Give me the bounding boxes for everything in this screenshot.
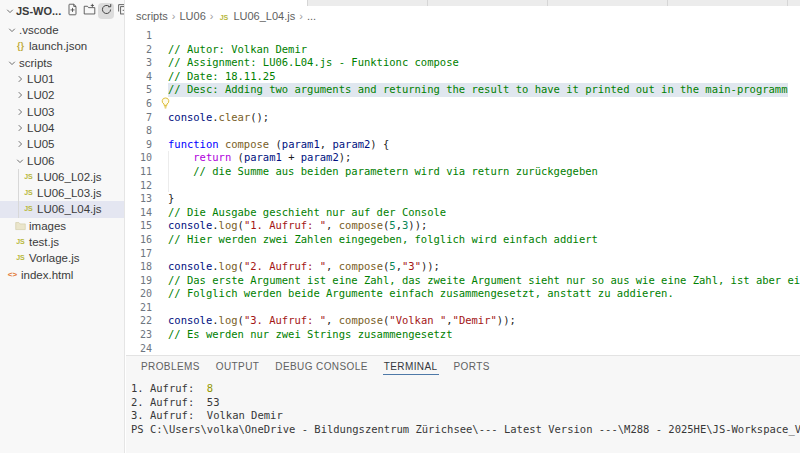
new-folder-button[interactable] [81, 3, 97, 19]
collapse-all-icon [117, 2, 125, 20]
code-text: console.log("2. Aufruf: ", compose(5,"3"… [168, 260, 440, 274]
terminal-line-4: PS C:\Users\volka\OneDrive - Bildungszen… [131, 423, 800, 437]
line-number: 13 [126, 192, 152, 206]
js-file-icon: JS [22, 188, 35, 198]
panel-tab-terminal[interactable]: TERMINAL [383, 358, 439, 375]
tree-item-label: LU02 [27, 89, 55, 101]
code-line-6: 6 [126, 97, 800, 111]
code-line-15: 15console.log("1. Aufruf: ", compose(5,3… [126, 219, 800, 233]
line-number: 7 [126, 111, 152, 125]
tree-item-lu02[interactable]: LU02 [0, 87, 124, 103]
tree-item-label: LU01 [27, 73, 55, 85]
line-number: 22 [126, 314, 152, 328]
tree-item-test-js[interactable]: JStest.js [0, 234, 124, 250]
code-text: console.log("1. Aufruf: ", compose(5,3))… [168, 219, 427, 233]
tree-item-lu06[interactable]: LU06 [0, 152, 124, 168]
line-number: 6 [126, 97, 152, 111]
line-number: 3 [126, 56, 152, 70]
terminal-line-1: 1. Aufruf: 8 [131, 382, 800, 396]
code-line-13: 13} [126, 192, 800, 206]
line-number: 19 [126, 274, 152, 288]
tab-divider [427, 0, 428, 6]
code-line-20: 20// Folglich werden beide Argumente ein… [126, 287, 800, 301]
code-line-9: 9function compose (param1, param2) { [126, 138, 800, 152]
tree-item-scripts[interactable]: scripts [0, 55, 124, 71]
tree-item-vscode[interactable]: .vscode [0, 22, 124, 38]
tree-item-vorlage-js[interactable]: JSVorlage.js [0, 250, 124, 266]
line-number: 23 [126, 328, 152, 342]
tree-item-lu01[interactable]: LU01 [0, 71, 124, 87]
tree-item-lu03[interactable]: LU03 [0, 103, 124, 119]
tab-divider [667, 0, 668, 6]
tree-item-label: launch.json [29, 40, 87, 52]
tree-item-label: LU06_L02.js [37, 171, 102, 183]
tree-item-lu06-l02-js[interactable]: JSLU06_L02.js [0, 169, 124, 185]
code-line-17: 17 [126, 247, 800, 261]
explorer-actions [64, 3, 125, 19]
line-number: 16 [126, 233, 152, 247]
breadcrumb-separator: › [172, 10, 176, 22]
panel-tab-debug-console[interactable]: DEBUG CONSOLE [274, 358, 368, 375]
tab-strip [126, 0, 800, 6]
tree-item-label: LU06_L04.js [37, 203, 102, 215]
indent-guide [18, 201, 19, 217]
tree-item-launch-json[interactable]: {}launch.json [0, 38, 124, 54]
chevron-right-icon [14, 122, 25, 133]
active-tab[interactable] [126, 0, 307, 6]
breadcrumb-separator: › [299, 10, 303, 22]
code-area[interactable]: 12// Autor: Volkan Demir3// Assignment: … [126, 26, 800, 355]
chevron-down-icon [4, 6, 15, 17]
line-number: 12 [126, 179, 152, 193]
tree-item-lu04[interactable]: LU04 [0, 120, 124, 136]
tree-item-label: LU03 [27, 106, 55, 118]
breadcrumb-item-lu06-l04-js[interactable]: LU06_L04.js [233, 10, 295, 22]
code-line-2: 2// Autor: Volkan Demir [126, 43, 800, 57]
tree-item-index-html[interactable]: <>index.html [0, 266, 124, 282]
tab-divider [547, 0, 548, 6]
code-text: // Desc: Adding two arguments and return… [168, 83, 788, 97]
tree-item-label: index.html [21, 269, 73, 281]
chevron-down-icon [14, 155, 25, 166]
chevron-down-icon [6, 25, 17, 36]
terminal-output[interactable]: 1. Aufruf: 82. Aufruf: 533. Aufruf: Volk… [126, 377, 800, 437]
indent-guide [18, 169, 19, 185]
tree-item-images[interactable]: images [0, 218, 124, 234]
refresh-button[interactable] [98, 3, 114, 19]
folder-icon [14, 221, 27, 231]
tree-item-lu06-l04-js[interactable]: JSLU06_L04.js [0, 201, 124, 217]
collapse-all-button[interactable] [115, 3, 125, 19]
tree-item-label: LU04 [27, 122, 55, 134]
breadcrumb-item-lu06[interactable]: LU06 [179, 10, 205, 22]
new-file-button[interactable] [64, 3, 80, 19]
refresh-icon [100, 2, 113, 20]
line-number: 18 [126, 260, 152, 274]
js-file-icon: JS [22, 172, 35, 182]
line-number: 14 [126, 206, 152, 220]
breadcrumb-item-scripts[interactable]: scripts [136, 10, 168, 22]
code-line-24: 24 [126, 342, 800, 355]
workspace-title: JS-WO... [16, 5, 61, 17]
code-line-11: 11 // die Summe aus beiden parametern wi… [126, 165, 800, 179]
panel-tab-output[interactable]: OUTPUT [215, 358, 261, 375]
panel-tab-ports[interactable]: PORTS [453, 358, 491, 375]
breadcrumb-item-[interactable]: ... [307, 10, 316, 22]
code-text [168, 97, 172, 111]
breadcrumb: scripts›LU06›JSLU06_L04.js›... [126, 6, 800, 26]
tree-item-label: Vorlage.js [29, 252, 80, 264]
panel-tab-bar: PROBLEMSOUTPUTDEBUG CONSOLETERMINALPORTS [126, 356, 800, 377]
code-text: console.clear(); [168, 111, 269, 125]
tree-item-lu05[interactable]: LU05 [0, 136, 124, 152]
code-line-19: 19// Das erste Argument ist eine Zahl, d… [126, 274, 800, 288]
code-text: // Folglich werden beide Argumente einfa… [168, 287, 674, 301]
panel-tab-problems[interactable]: PROBLEMS [140, 358, 201, 375]
code-line-14: 14// Die Ausgabe geschieht nur auf der C… [126, 206, 800, 220]
code-text: // Autor: Volkan Demir [168, 43, 307, 57]
code-line-1: 1 [126, 29, 800, 43]
code-text: // Hier werden zwei Zahlen eingegeben, f… [168, 233, 598, 247]
tree-item-lu06-l03-js[interactable]: JSLU06_L03.js [0, 185, 124, 201]
tree-item-label: LU06_L03.js [37, 187, 102, 199]
file-tree: .vscode{}launch.jsonscriptsLU01LU02LU03L… [0, 22, 124, 283]
editor-area[interactable]: scripts›LU06›JSLU06_L04.js›... 12// Auto… [126, 0, 800, 355]
explorer-section-header[interactable]: JS-WO... [0, 0, 124, 22]
chevron-right-icon [14, 106, 25, 117]
